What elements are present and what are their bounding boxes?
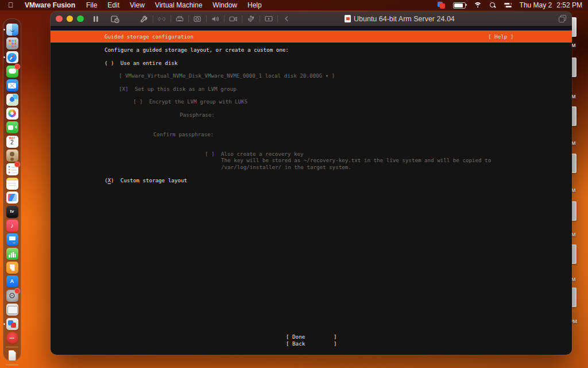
- dock-item-mail[interactable]: [6, 79, 18, 91]
- disk-selector[interactable]: [ VMware_Virtual_NVMe_Disk_VMware_NVME_0…: [119, 72, 335, 79]
- resize-arrows-icon[interactable]: [156, 14, 168, 24]
- numbers-icon: [6, 248, 18, 260]
- news-icon: [6, 191, 18, 204]
- appletv-icon: tv: [6, 206, 18, 218]
- mail-icon: [6, 79, 18, 91]
- vmware-status-icon[interactable]: [438, 2, 445, 9]
- running-indicator-dot: [3, 29, 5, 30]
- collapse-toolbar-icon[interactable]: [280, 14, 293, 24]
- menu-view[interactable]: View: [125, 1, 150, 9]
- apple-menu-icon[interactable]: : [8, 1, 13, 9]
- sound-icon[interactable]: [209, 14, 222, 24]
- checkbox-encrypt-luks[interactable]: [ ] Encrypt the LVM group with LUKS: [133, 98, 247, 105]
- dock-item-calendar[interactable]: MAY2: [6, 136, 18, 148]
- prompt-text: Configure a guided storage layout, or cr…: [105, 47, 289, 53]
- dock-item-safari[interactable]: [6, 51, 18, 63]
- radio-custom-storage-layout[interactable]: (X) Custom storage layout: [105, 177, 187, 183]
- dock-item-news[interactable]: [6, 191, 18, 204]
- button-back[interactable]: [ Back ]: [286, 340, 337, 347]
- notification-badge: [14, 162, 20, 167]
- battery-icon[interactable]: [453, 2, 466, 9]
- dock-item-messages[interactable]: [6, 66, 18, 78]
- running-indicator-dot: [3, 323, 5, 325]
- dock-item-reminders[interactable]: [6, 163, 18, 175]
- menu-virtual-machine[interactable]: Virtual Machine: [150, 1, 208, 9]
- fullscreen-icon[interactable]: [559, 15, 566, 22]
- maps-icon: [6, 94, 18, 106]
- menu-window[interactable]: Window: [207, 1, 242, 9]
- dock-item-window-thumb[interactable]: [6, 304, 18, 316]
- safari-icon: [6, 51, 18, 63]
- dock-item-photos[interactable]: [6, 108, 18, 120]
- wifi-icon[interactable]: [474, 2, 482, 9]
- launchpad-icon: [6, 37, 18, 49]
- keynote-icon: [6, 233, 18, 246]
- clock-time: 2:52 PM: [556, 1, 582, 9]
- record-dots-icon: •••: [6, 332, 18, 344]
- help-button[interactable]: [ Help ]: [488, 33, 513, 40]
- dock-item-launchpad[interactable]: [6, 37, 18, 49]
- vmware-fusion-icon: [6, 318, 18, 330]
- dock-item-finder[interactable]: [6, 24, 18, 36]
- snapshots-button[interactable]: [109, 14, 122, 24]
- camera-icon[interactable]: [191, 14, 204, 24]
- contacts-icon: [6, 150, 18, 162]
- dock-item-pages[interactable]: [6, 262, 18, 274]
- window-titlebar: Ubuntu 64-bit Arm Server 24.04: [51, 12, 572, 26]
- notes-icon: [6, 178, 18, 190]
- clock-date: Thu May 2: [520, 1, 552, 9]
- dock-item-notes[interactable]: [6, 178, 18, 190]
- vm-document-icon: [345, 15, 351, 22]
- pages-icon: [6, 262, 18, 274]
- search-icon[interactable]: [490, 2, 496, 9]
- dock-divider: [6, 347, 18, 347]
- dock-item-document[interactable]: [6, 350, 18, 362]
- notification-badge: [14, 64, 20, 70]
- running-indicator-dot: [3, 56, 5, 58]
- dock-item-reddot[interactable]: •••: [6, 332, 18, 344]
- recovery-key-info-line1: The key will be stored as ~/recovery-key…: [221, 157, 491, 163]
- video-camera-icon[interactable]: [227, 14, 239, 24]
- dock-item-tv[interactable]: tv: [6, 206, 18, 218]
- minimize-button[interactable]: [67, 16, 74, 22]
- music-icon: ♪: [6, 220, 18, 232]
- dock-item-appstore[interactable]: A: [6, 275, 18, 288]
- menu-vmware-fusion[interactable]: VMware Fusion: [19, 1, 81, 9]
- dock-item-vmware[interactable]: [6, 318, 18, 330]
- minimized-window-icon: [6, 304, 18, 316]
- dock-item-maps[interactable]: [6, 94, 18, 106]
- installer-header-title: Guided storage configuration: [105, 33, 194, 40]
- usb-icon[interactable]: [245, 14, 257, 24]
- menu-file[interactable]: File: [81, 1, 102, 9]
- facetime-icon: [6, 121, 18, 133]
- checkbox-recovery-key[interactable]: [ ] Also create a recovery key: [205, 151, 303, 157]
- zoom-button[interactable]: [77, 16, 84, 22]
- settings-wrench-icon[interactable]: [138, 14, 150, 24]
- menu-help[interactable]: Help: [242, 1, 267, 9]
- button-done[interactable]: [ Done ]: [286, 334, 337, 340]
- menu-bar:  VMware FusionFileEditViewVirtual Machi…: [0, 0, 588, 10]
- window-title: Ubuntu 64-bit Arm Server 24.04: [345, 12, 455, 26]
- dock-item-settings[interactable]: ⚙: [6, 290, 18, 302]
- sharing-icon[interactable]: [262, 14, 275, 24]
- vm-terminal-screen: Guided storage configuration [ Help ] Co…: [51, 26, 572, 355]
- close-button[interactable]: [56, 16, 63, 22]
- dock-item-contacts[interactable]: [6, 150, 18, 162]
- checkbox-lvm-group[interactable]: [X] Set up this disk as an LVM group: [119, 86, 237, 92]
- menu-edit[interactable]: Edit: [102, 1, 125, 9]
- notification-badge: [14, 288, 20, 294]
- dock: MAY2tv♪A⚙•••: [3, 18, 21, 361]
- label-passphrase: Passphrase:: [180, 112, 215, 118]
- label-confirm-passphrase: Confirm passphrase:: [153, 131, 214, 137]
- dock-item-music[interactable]: ♪: [6, 220, 18, 232]
- printer-icon[interactable]: [173, 14, 186, 24]
- pause-vm-button[interactable]: [90, 14, 102, 24]
- vmware-vm-window: Ubuntu 64-bit Arm Server 24.04 Guided st…: [51, 12, 572, 355]
- dock-item-keynote[interactable]: [6, 233, 18, 246]
- dock-item-facetime[interactable]: [6, 121, 18, 133]
- radio-use-entire-disk[interactable]: ( ) Use an entire disk: [105, 60, 177, 66]
- menu-clock[interactable]: Thu May 2 2:52 PM: [520, 1, 582, 9]
- recovery-key-info-line2: /var/log/installer/ in the target system…: [221, 164, 351, 170]
- control-center-icon[interactable]: [504, 3, 512, 8]
- dock-item-numbers[interactable]: [6, 248, 18, 260]
